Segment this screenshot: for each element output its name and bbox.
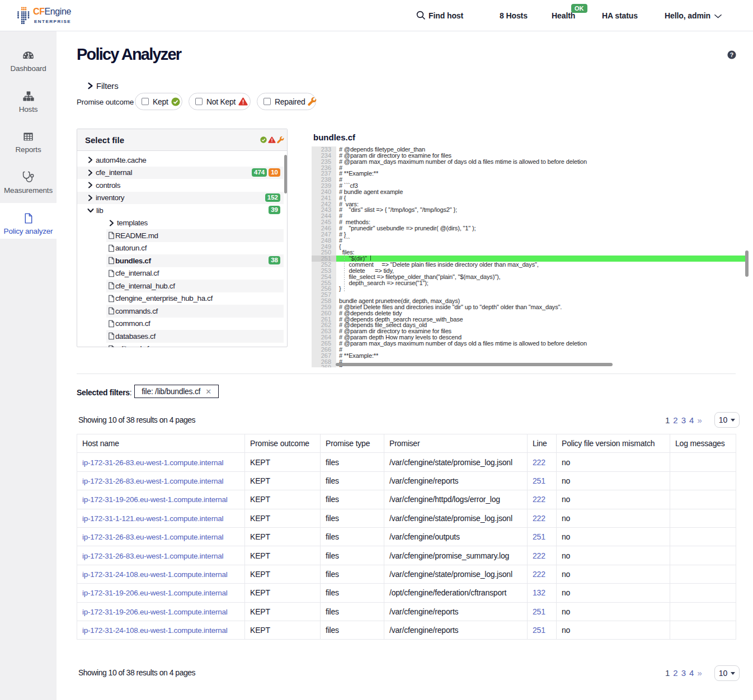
svg-text:?: ? — [730, 51, 733, 58]
